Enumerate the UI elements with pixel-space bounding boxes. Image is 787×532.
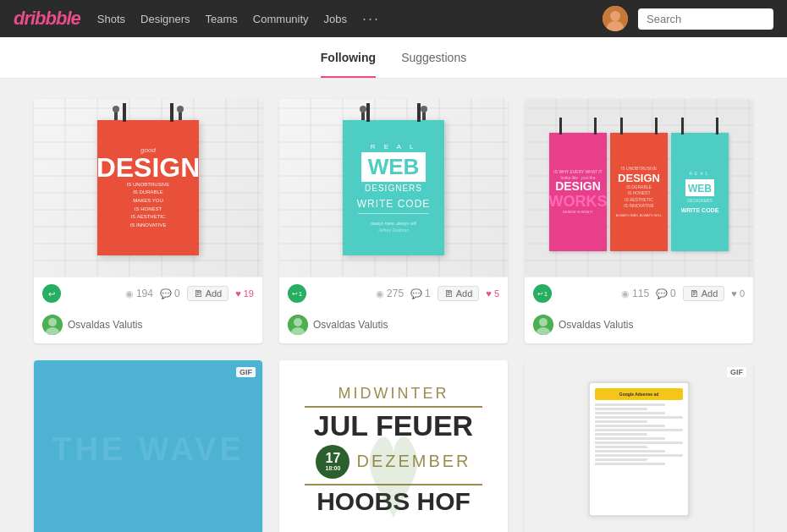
shot-meta: ↩1 ◉ 275 💬 1 🖹 Add ♥ 5 [279, 277, 508, 310]
device-line [595, 416, 683, 419]
gif-badge: GIF [727, 367, 746, 377]
navbar: dribbble Shots Designers Teams Community… [0, 0, 787, 37]
comments-count: 0 [174, 288, 180, 299]
like-button[interactable]: ♥ 0 [731, 288, 745, 299]
device-line [595, 446, 647, 448]
nav-jobs[interactable]: Jobs [324, 13, 347, 25]
device-header-text: Google Adsense ad [619, 392, 659, 397]
add-icon: 🖹 [194, 288, 203, 299]
shot-meta: ↩1 ◉ 115 💬 0 🖹 Add ♥ 0 [525, 277, 753, 310]
author-row: Osvaldas Valutis [34, 310, 262, 343]
author-row: Osvaldas Valutis [525, 310, 753, 343]
shot-meta: ↩ ◉ 194 💬 0 🖹 Add ♥ 19 [34, 277, 262, 310]
views-stat: ◉ 194 [125, 288, 153, 299]
rebound-icon[interactable]: ↩ [42, 284, 61, 303]
shot-image[interactable]: GIF THE WAVE [34, 360, 262, 532]
wave-title: THE WAVE [52, 431, 245, 468]
shots-grid: good DESIGN IS UNOBTRUSIVEIS DURABLEMAKE… [0, 79, 787, 532]
event-date-circle: 17 18:00 [316, 445, 349, 479]
comments-count: 1 [425, 288, 431, 299]
shot-image[interactable]: GIF Google Adsense ad [525, 360, 753, 532]
device-line [595, 420, 647, 423]
nav-right [603, 6, 773, 31]
device-line [595, 450, 665, 452]
svg-point-1 [610, 11, 620, 21]
device-line [595, 433, 647, 436]
heart-icon: ♥ [731, 288, 737, 299]
shot-card: IS WHY EVERY WHAT IT looks like · just t… [525, 99, 753, 343]
device-line [595, 408, 647, 410]
device-line [595, 403, 665, 406]
brand-logo[interactable]: dribbble [14, 8, 80, 30]
search-input[interactable] [638, 8, 773, 30]
author-row: Osvaldas Valutis [279, 310, 508, 343]
device-line [595, 458, 647, 461]
nav-more[interactable]: ··· [362, 10, 380, 28]
like-button[interactable]: ♥ 19 [235, 288, 254, 299]
device-line [595, 437, 665, 440]
svg-point-10 [539, 318, 548, 326]
views-count: 275 [387, 288, 404, 299]
shot-image[interactable]: R E A L WEB DESIGNERS WRITE CODE always … [279, 99, 508, 277]
avatar[interactable] [603, 6, 628, 31]
tab-following[interactable]: Following [321, 51, 376, 78]
shot-image[interactable]: MIDWINTER JUL FEUER 17 18:00 DEZEMBER HO… [279, 360, 508, 532]
nav-shots[interactable]: Shots [97, 13, 125, 25]
author-name[interactable]: Osvaldas Valutis [559, 319, 633, 331]
shot-image[interactable]: IS WHY EVERY WHAT IT looks like · just t… [525, 99, 753, 277]
comment-icon: 💬 [160, 288, 172, 299]
comment-icon: 💬 [410, 288, 422, 299]
gif-badge: GIF [236, 367, 256, 377]
svg-point-7 [294, 318, 302, 326]
like-button[interactable]: ♥ 5 [486, 288, 499, 299]
views-stat: ◉ 275 [376, 288, 404, 299]
device-line [595, 425, 665, 427]
device-line [595, 429, 683, 431]
views-count: 115 [632, 288, 649, 299]
like-count: 0 [740, 288, 745, 299]
device-line [595, 454, 683, 457]
shot-card: good DESIGN IS UNOBTRUSIVEIS DURABLEMAKE… [34, 99, 262, 343]
device-mockup: Google Adsense ad [588, 381, 690, 517]
eye-icon: ◉ [125, 288, 134, 299]
eye-icon: ◉ [621, 288, 630, 299]
device-header: Google Adsense ad [595, 388, 683, 400]
device-line [595, 463, 665, 465]
rebound-icon[interactable]: ↩1 [288, 284, 306, 303]
shot-card: GIF THE WAVE ◉ 572 💬 0 🖹 Add ♥ 24 [34, 360, 262, 532]
rebound-icon[interactable]: ↩1 [533, 284, 552, 303]
device-line [595, 412, 665, 414]
comments-stat: 💬 1 [410, 288, 431, 299]
comments-stat: 💬 0 [656, 288, 676, 299]
nav-community[interactable]: Community [253, 13, 309, 25]
event-midwinter: MIDWINTER [288, 385, 499, 403]
shot-card: R E A L WEB DESIGNERS WRITE CODE always … [279, 99, 508, 343]
author-name[interactable]: Osvaldas Valutis [313, 319, 388, 331]
views-count: 194 [136, 288, 153, 299]
nav-teams[interactable]: Teams [206, 13, 238, 25]
tab-suggestions[interactable]: Suggestions [401, 51, 466, 78]
add-icon: 🖹 [444, 288, 454, 299]
like-count: 19 [244, 288, 254, 299]
nav-designers[interactable]: Designers [140, 13, 190, 25]
comments-count: 0 [670, 288, 676, 299]
author-name[interactable]: Osvaldas Valutis [68, 319, 142, 331]
author-avatar[interactable] [533, 315, 553, 335]
author-avatar[interactable] [42, 315, 63, 335]
shot-card: GIF Google Adsense ad [525, 360, 753, 532]
device-line [595, 442, 683, 444]
tabs-bar: Following Suggestions [0, 37, 787, 79]
add-button[interactable]: 🖹 Add [683, 286, 725, 301]
shot-image[interactable]: good DESIGN IS UNOBTRUSIVEIS DURABLEMAKE… [34, 99, 262, 277]
heart-icon: ♥ [486, 288, 492, 299]
add-button[interactable]: 🖹 Add [187, 286, 229, 301]
nav-links: Shots Designers Teams Community Jobs ··· [97, 10, 380, 28]
add-icon: 🖹 [690, 288, 699, 299]
comment-icon: 💬 [656, 288, 668, 299]
eye-icon: ◉ [376, 288, 384, 299]
device-lines [595, 403, 683, 465]
author-avatar[interactable] [288, 315, 308, 335]
views-stat: ◉ 115 [621, 288, 649, 299]
add-button[interactable]: 🖹 Add [438, 286, 480, 301]
like-count: 5 [494, 288, 499, 299]
